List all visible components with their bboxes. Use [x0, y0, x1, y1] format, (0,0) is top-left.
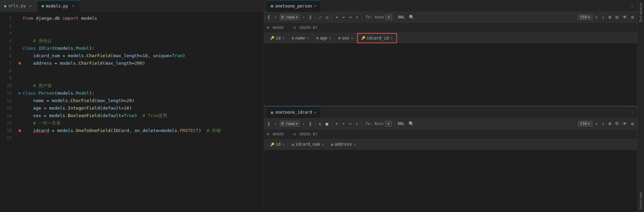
separator-3 [362, 14, 362, 20]
nav-next-btn[interactable]: › [301, 14, 306, 20]
db-icon-idcard: ▦ [271, 110, 273, 115]
confirm-btn[interactable]: ✓ [318, 14, 323, 21]
sort-icon-age: ⇅ [329, 36, 331, 40]
filter-btn-idcard[interactable]: ⊞ [607, 120, 613, 127]
where-label-person: WHERE [271, 26, 284, 30]
csv-dropdown-idcard[interactable]: CSV ▾ [578, 121, 593, 127]
separator-6 [332, 120, 332, 127]
add-row-btn[interactable]: + [334, 14, 340, 20]
download-btn-person[interactable]: ↓ [601, 14, 606, 20]
tab-models-py[interactable]: ● models.py ✕ [37, 0, 80, 12]
tab-urls-close[interactable]: ✕ [28, 3, 33, 9]
refresh-btn-person[interactable]: ↻ [324, 14, 330, 20]
undo-btn[interactable]: ↶ [341, 14, 347, 20]
line-numbers: 1234567 891011121314 151617 [0, 12, 14, 212]
separator-7 [362, 120, 362, 127]
order-label-person: ≡ ORDER BY [293, 26, 317, 30]
col-id-idcard[interactable]: 🔑 id ⇅ [267, 139, 288, 149]
table-tab-person-label: onetoone_person [275, 4, 312, 9]
link-btn-idcard[interactable]: ⧉ [614, 120, 620, 127]
ddl-btn-person[interactable]: DDL [397, 15, 406, 20]
rows-dropdown-idcard[interactable]: 0 rows ▾ [280, 121, 300, 127]
col-sex-person[interactable]: ▦ sex ⇅ [335, 33, 357, 43]
separator-8 [394, 120, 394, 127]
add-row-btn-idcard[interactable]: + [334, 120, 339, 127]
sort-icon-address: ⇅ [354, 143, 356, 146]
table-tab-person-close[interactable]: ✕ [314, 4, 317, 8]
orderby-label-person: ORDER BY [297, 26, 318, 30]
filter-btn-person[interactable]: ⊞ [607, 14, 613, 20]
upload-btn[interactable]: ↑ [354, 14, 360, 20]
redo-btn[interactable]: ↷ [348, 14, 353, 20]
panel-menu-person[interactable]: ⋮ [630, 3, 634, 9]
sort-icon-sex: ⇅ [351, 36, 353, 40]
col-age-person[interactable]: ▦ age ⇅ [313, 33, 335, 43]
sort-icon-idcard-num: ⇅ [322, 143, 324, 146]
col-address-idcard[interactable]: ▦ address ⇅ [328, 139, 360, 149]
col-label-idcard-id: idcard_id [367, 36, 389, 40]
download-btn-idcard[interactable]: ↓ [601, 120, 606, 127]
upload-btn-idcard[interactable]: ↑ [354, 120, 360, 127]
search-btn-idcard[interactable]: 🔍 [407, 120, 415, 127]
editor-tab-bar: ● urls.py ✕ ● models.py ✕ [0, 0, 264, 12]
table-tab-idcard-close[interactable]: ✕ [314, 110, 317, 115]
eye-btn-person[interactable]: 👁 [621, 14, 628, 20]
settings-btn-idcard[interactable]: ⚙ [630, 120, 635, 127]
sort-icon-name: ⇅ [307, 36, 309, 40]
redo-btn-idcard[interactable]: ↷ [348, 120, 353, 127]
refresh-btn-idcard[interactable]: ↻ [318, 120, 323, 127]
stop-btn-idcard[interactable]: ■ [324, 120, 330, 127]
col-icon-idcard-id: 🔑 [361, 36, 365, 40]
settings-btn-person[interactable]: ⚙ [630, 14, 635, 20]
col-name-person[interactable]: ▦ name ⇅ [288, 33, 313, 43]
nav-last-btn[interactable]: ⟫ [308, 14, 313, 20]
eye-btn-idcard[interactable]: 👁 [621, 120, 628, 127]
nav-first-btn[interactable]: ⟪ [266, 14, 272, 20]
csv-dropdown-person[interactable]: CSV ▾ [578, 14, 593, 20]
rows-dropdown-person[interactable]: 0 rows ▾ [280, 14, 300, 20]
nav-prev-btn-idcard[interactable]: ‹ [273, 120, 278, 127]
link-btn-person[interactable]: ⧉ [614, 14, 620, 21]
code-line-12: name = models . CharField ( max_length =… [14, 97, 264, 104]
filter-row-idcard: ▼ WHERE ≡ ORDER BY [264, 129, 637, 140]
search-btn-person[interactable]: 🔍 [408, 14, 416, 20]
gutter-11: ▶ [17, 89, 22, 97]
toolbar-idcard: ⟪ ‹ 0 rows ▾ › ⟫ ↻ ■ + ↶ ↷ ↑ Tx: Auto ▾ … [264, 118, 637, 129]
table-tab-person[interactable]: ▦ onetoone_person ✕ [267, 0, 321, 12]
order-icon-idcard: ≡ [293, 132, 296, 136]
nav-first-btn-idcard[interactable]: ⟪ [266, 120, 272, 127]
table-panel-person: ▦ onetoone_person ✕ ⋮ ⟪ ‹ 0 rows ▾ › ⟫ ✓… [264, 0, 637, 107]
schview-label[interactable]: Schview [638, 190, 644, 212]
code-line-16: idcard = models . OneToOneField (IDCard,… [14, 127, 264, 134]
tab-urls-py[interactable]: ● urls.py ✕ [0, 0, 37, 12]
separator-2 [332, 14, 332, 20]
code-line-3 [14, 30, 264, 37]
code-line-5: class IDCard ( models . Model ): [14, 45, 264, 52]
tab-urls-label: urls.py [9, 3, 26, 8]
col-idcard-id-person[interactable]: 🔑 idcard_id ⇅ [357, 33, 397, 43]
nav-prev-btn[interactable]: ‹ [273, 14, 278, 20]
code-content: from django.db import models # 身份证 [14, 12, 264, 212]
undo-btn-idcard[interactable]: ↶ [341, 120, 346, 127]
database-label[interactable]: Database [638, 0, 644, 25]
data-area-person [264, 43, 637, 106]
ddl-btn-idcard[interactable]: DDL [396, 121, 406, 126]
upload2-btn-idcard[interactable]: ↑ [594, 120, 599, 127]
order-label-idcard: ≡ ORDER BY [293, 132, 317, 136]
table-tab-idcard[interactable]: ▦ onetoone_idcard ✕ [267, 106, 321, 118]
tx-dropdown-person[interactable]: ▾ [385, 14, 392, 20]
code-line-6: idcard_num = models . CharField ( max_le… [14, 52, 264, 60]
upload2-btn-person[interactable]: ↑ [594, 14, 599, 20]
panel-menu-idcard[interactable]: ⋮ [630, 110, 634, 115]
rows-chevron-idcard: ▾ [295, 121, 298, 126]
col-label-id-idcard: id [276, 142, 280, 147]
tx-dropdown-idcard[interactable]: ▾ [385, 121, 392, 127]
code-line-7: address = models . CharField ( max_lengt… [14, 60, 264, 67]
nav-next-btn-idcard[interactable]: › [301, 120, 306, 127]
col-idcard-num[interactable]: ▦ idcard_num ⇅ [288, 139, 327, 149]
code-line-15: # 一对一关系 [14, 119, 264, 127]
nav-last-btn-idcard[interactable]: ⟫ [308, 120, 313, 127]
sort-icon-idcard-id: ⇅ [391, 36, 393, 40]
col-id-person[interactable]: 🔑 id ⇅ [267, 33, 288, 43]
tab-models-close[interactable]: ✕ [70, 3, 76, 9]
